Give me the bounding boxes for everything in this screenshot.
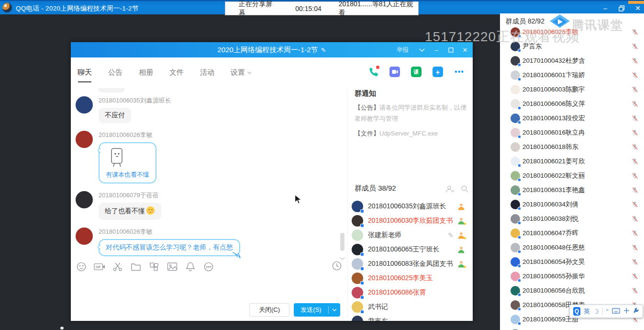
classroom-member-row[interactable]: 201801006055孙振华 — [500, 269, 644, 284]
report-button[interactable]: 举报 — [397, 46, 409, 54]
avatar[interactable] — [76, 191, 93, 208]
star-badge-icon: ★ — [463, 236, 467, 240]
tab-设置[interactable]: 设置 — [231, 68, 252, 77]
tab-活动[interactable]: 活动 — [200, 68, 214, 77]
ime-keyboard-icon[interactable] — [612, 308, 620, 315]
group-member-row[interactable]: 201801006083张金凤团支书★ — [352, 257, 473, 271]
more-tools-icon[interactable] — [203, 261, 214, 273]
message-bubble[interactable]: 有课本也看不懂 — [99, 142, 156, 183]
classroom-member-row[interactable]: 201801006056台欣凯 — [500, 284, 644, 298]
more-actions-icon[interactable]: ••• — [454, 66, 465, 78]
message-sender: 201801006079于蓓蓓 — [99, 191, 161, 200]
group-member-row[interactable]: 201801006035刘鑫源班长 — [352, 199, 473, 214]
avatar — [352, 229, 363, 241]
ime-language-toggle[interactable]: 英 — [584, 307, 590, 316]
message-bubble[interactable]: 不应付 — [99, 108, 131, 123]
group-member-row[interactable]: 201801006030李欣茹团支书★ — [352, 214, 473, 228]
classroom-member-row[interactable] — [500, 327, 644, 330]
classroom-member-row[interactable]: 201801006031李艳鑫 — [500, 183, 644, 197]
avatar — [511, 70, 520, 80]
group-notice-file[interactable]: 【文件】UdpServer_MFC.exe — [355, 128, 468, 139]
ime-wrench-icon[interactable] — [633, 307, 639, 315]
chevron-down-icon[interactable] — [418, 46, 426, 54]
maximize-icon[interactable] — [447, 46, 455, 54]
tab-聊天[interactable]: 聊天 — [78, 68, 92, 77]
mobile-online-badge — [360, 252, 364, 256]
ime-move-icon[interactable] — [623, 307, 630, 315]
ime-moon-icon[interactable]: ☽ — [593, 308, 599, 315]
avatar[interactable] — [76, 228, 93, 245]
ime-punctuation-icon[interactable]: ’’ — [606, 308, 609, 315]
emoji-icon[interactable] — [76, 261, 87, 273]
close-chat-button[interactable]: 关闭(C) — [249, 303, 289, 317]
blush-emoji-icon — [146, 206, 155, 216]
classroom-member-row[interactable]: 201801006026李敏 — [500, 25, 644, 39]
edit-card-icon[interactable]: ✎ — [448, 231, 454, 239]
mobile-online-badge — [518, 178, 521, 182]
classroom-member-list: 201801006026李敏尹言东201701000432杜梦含20180100… — [500, 25, 644, 330]
classroom-member-row[interactable]: 201801006013段佼宏 — [500, 111, 644, 125]
mic-muted-icon — [632, 158, 638, 165]
group-member-row[interactable]: 201801006025李美玉 — [352, 271, 473, 285]
video-call-icon[interactable] — [389, 66, 400, 78]
group-member-row[interactable]: 武书记 — [352, 300, 473, 314]
member-name: 201801006003陈鹏宇 — [522, 85, 585, 94]
invite-member-icon[interactable] — [445, 185, 455, 195]
file-folder-icon[interactable] — [130, 261, 142, 273]
screenshot-scissors-icon[interactable] — [112, 261, 123, 273]
classroom-member-row[interactable]: 201801006001卞瑞娇 — [500, 68, 644, 82]
tab-相册[interactable]: 相册 — [139, 68, 153, 77]
image-icon[interactable] — [167, 261, 178, 273]
minimize-icon[interactable]: – — [433, 46, 440, 54]
message-bubble[interactable]: 给了也看不懂 — [99, 203, 161, 220]
scroll-down-icon[interactable] — [339, 254, 345, 262]
classroom-member-row[interactable]: 201701000432杜梦含 — [500, 54, 644, 68]
close-icon[interactable]: ✕ — [461, 46, 469, 54]
mobile-online-badge — [518, 49, 521, 52]
classroom-member-row[interactable]: 201801006034刘倩 — [500, 197, 644, 212]
mic-muted-icon — [632, 273, 638, 280]
avatar — [352, 316, 363, 321]
send-options-chevron-icon[interactable] — [329, 308, 340, 311]
close-icon[interactable]: ✕ — [633, 4, 642, 12]
tab-公告[interactable]: 公告 — [108, 68, 122, 77]
class-app-icon[interactable]: 课 — [411, 66, 422, 78]
group-member-row[interactable]: 201801006065王宁班长 — [352, 242, 473, 257]
classroom-member-row[interactable]: 201801006048任恩慈 — [500, 240, 644, 255]
message-bubble[interactable]: 对代码不感冒该怎么学习呢？老师，有点愁 — [99, 239, 240, 256]
group-notice-announcement[interactable]: 【公告】请各位同学进群后实名制，以便老师教学与管理 — [355, 102, 468, 124]
avatar — [511, 257, 520, 267]
classroom-member-row[interactable]: 尹言东 — [500, 39, 644, 54]
classroom-member-row[interactable]: 201801006003陈鹏宇 — [500, 82, 644, 97]
classroom-member-row[interactable]: 201801006054孙文昊 — [500, 255, 644, 269]
edit-title-icon[interactable]: ✎ — [321, 46, 326, 54]
message-scrollbar[interactable] — [340, 233, 344, 251]
clipped-message-bubble — [98, 88, 125, 92]
bell-icon[interactable] — [185, 261, 196, 273]
gif-icon[interactable]: GIF — [94, 261, 105, 273]
classroom-member-row[interactable]: 201801006038刘悦 — [500, 212, 644, 226]
minimize-icon[interactable]: – — [601, 4, 610, 12]
ime-logo-icon[interactable]: Q — [573, 307, 580, 316]
member-name: 武书记 — [368, 303, 388, 311]
classroom-member-row[interactable]: 201801006006陈义萍 — [500, 97, 644, 111]
classroom-member-row[interactable]: 201801006016耿立冉 — [500, 125, 644, 140]
search-member-icon[interactable] — [461, 185, 469, 195]
classroom-member-row[interactable]: 201801006022靳文丽 — [500, 169, 644, 183]
restore-icon[interactable] — [617, 4, 626, 12]
group-member-row[interactable]: 张建新老师✎★ — [352, 228, 473, 242]
classroom-member-row[interactable]: 201801006047乔晖 — [500, 226, 644, 240]
voice-call-icon[interactable] — [367, 66, 379, 78]
classroom-member-row[interactable]: 201801006021姜可欣 — [500, 154, 644, 169]
screen-share-pieces-icon[interactable] — [148, 261, 160, 273]
classroom-member-row[interactable]: 201801006018韩东 — [500, 140, 644, 154]
send-button[interactable]: 发送(S) — [294, 303, 340, 317]
avatar[interactable] — [76, 96, 93, 114]
mobile-online-badge — [518, 121, 521, 124]
group-member-row[interactable]: 尹言东 — [352, 314, 473, 321]
group-member-row[interactable]: 201801006086张霄 — [352, 285, 473, 300]
tab-文件[interactable]: 文件 — [169, 68, 184, 77]
avatar[interactable] — [76, 131, 93, 148]
add-app-icon[interactable]: + — [432, 66, 444, 78]
avatar — [511, 185, 520, 195]
